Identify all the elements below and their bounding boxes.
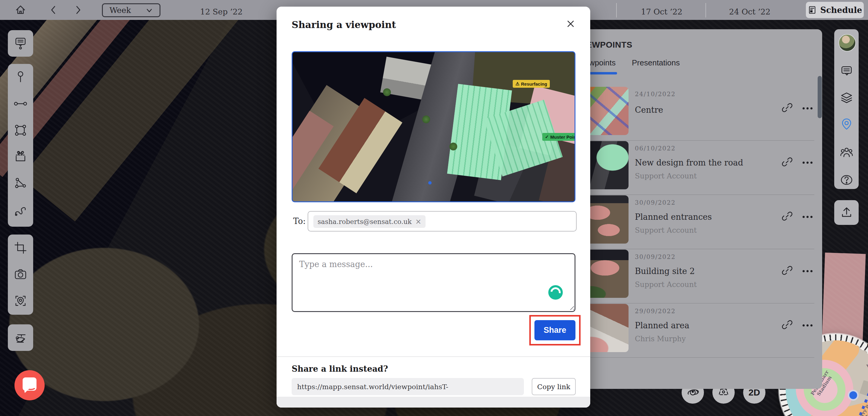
viewpoint-owner: Chris Murphy <box>635 334 686 343</box>
muster-point-annotation: ✓ Muster Point <box>542 133 576 141</box>
viewpoints-panel: VIEWPOINTS Viewpoints Presentations 24/1… <box>574 29 822 389</box>
helicopter-icon <box>13 331 27 345</box>
chat-launcher-button[interactable] <box>14 370 44 400</box>
more-options-button[interactable] <box>801 156 814 169</box>
viewpoints-button[interactable] <box>834 111 859 137</box>
timeline-back-button[interactable] <box>48 4 60 16</box>
recipients-input[interactable]: sasha.roberts@sensat.co.uk × <box>308 211 577 231</box>
polygon-icon <box>13 123 27 137</box>
chevron-down-icon <box>146 7 153 14</box>
measure-line-icon <box>13 97 27 110</box>
polygon-tool-button[interactable] <box>8 117 33 143</box>
pin-tool-button[interactable] <box>8 64 33 90</box>
toolbar-group-flythrough <box>8 324 33 351</box>
share-button[interactable]: Share <box>534 320 576 340</box>
viewpoint-title: Planned area <box>635 321 689 330</box>
link-icon <box>781 210 793 222</box>
camera-position-dot <box>848 390 859 401</box>
timeline-tick <box>706 3 706 18</box>
collaborators-button[interactable] <box>834 139 859 166</box>
viewpoint-owner: Support Account <box>635 280 697 289</box>
viewpoint-preview-image: ⚠ Resurfacing ✓ Muster Point <box>292 51 576 202</box>
timeline-scale-dropdown[interactable]: Week <box>102 3 160 17</box>
comments-button[interactable] <box>834 58 859 85</box>
to-label: To: <box>293 217 306 226</box>
crop-tool-button[interactable] <box>8 234 33 261</box>
share-link-heading: Share a link instead? <box>292 364 388 374</box>
viewpoint-title: Planned entrances <box>635 212 712 222</box>
more-options-button[interactable] <box>801 319 814 332</box>
upload-button[interactable] <box>834 200 859 225</box>
cut-fill-tool-button[interactable] <box>8 143 33 170</box>
pin-icon <box>13 70 27 84</box>
muster-label: Muster Point <box>550 134 576 139</box>
modal-footer <box>277 397 590 408</box>
layers-icon <box>840 91 853 104</box>
copy-link-button[interactable]: Copy link <box>532 378 576 395</box>
more-options-button[interactable] <box>801 264 814 278</box>
timeline-date: 17 Oct ’22 <box>641 7 682 16</box>
schedule-button[interactable]: Schedule <box>806 2 864 18</box>
preview-tree <box>383 88 391 96</box>
measure-line-tool-button[interactable] <box>8 90 33 117</box>
viewpoint-title: Building site 2 <box>635 266 695 276</box>
upload-icon <box>840 206 853 219</box>
viewpoint-owner: Support Account <box>635 226 697 234</box>
panel-scrollbar[interactable] <box>818 76 822 118</box>
timeline-forward-button[interactable] <box>72 4 84 16</box>
chat-bubble-icon <box>23 377 36 391</box>
preview-tree <box>450 142 457 151</box>
link-icon <box>781 102 793 114</box>
avatar[interactable] <box>838 34 856 52</box>
remove-recipient-icon[interactable]: × <box>415 217 421 226</box>
location-pin-icon <box>840 118 853 131</box>
copy-viewpoint-link-button[interactable] <box>781 264 795 278</box>
share-link-field[interactable]: https://mapp.sensat.world/viewpoint/iahs… <box>292 378 524 395</box>
copy-viewpoint-link-button[interactable] <box>781 156 795 169</box>
copy-viewpoint-link-button[interactable] <box>781 102 795 115</box>
freehand-tool-button[interactable] <box>8 196 33 223</box>
scan-location-icon <box>13 294 27 308</box>
divider <box>277 356 590 357</box>
list-divider <box>582 303 814 303</box>
viewpoint-date: 29/09/2022 <box>635 308 676 315</box>
tab-presentations[interactable]: Presentations <box>632 58 680 67</box>
timeline-scale-value: Week <box>110 6 131 15</box>
schedule-icon <box>808 5 817 14</box>
copy-viewpoint-link-button[interactable] <box>781 210 795 223</box>
chevron-left-icon <box>48 4 60 16</box>
camera-icon <box>13 267 27 281</box>
flythrough-tool-button[interactable] <box>8 324 33 351</box>
list-divider <box>582 140 814 141</box>
link-icon <box>781 156 793 168</box>
message-input[interactable] <box>292 253 576 312</box>
right-sidebar <box>834 29 859 189</box>
share-button-label: Share <box>544 326 566 335</box>
viewpoint-title: New design from the road <box>635 158 743 167</box>
more-options-button[interactable] <box>801 210 814 223</box>
angle-tool-button[interactable] <box>8 170 33 196</box>
warning-icon: ⚠ <box>516 81 519 87</box>
viewpoint-capture-tool-button[interactable] <box>8 288 33 314</box>
copy-viewpoint-link-button[interactable] <box>781 319 795 332</box>
app-window: Week 12 Sep ’22 17 Oct ’22 24 Oct ’22 Sc… <box>0 0 868 416</box>
more-options-button[interactable] <box>801 102 814 115</box>
home-button[interactable] <box>14 4 27 16</box>
comment-tool-button[interactable] <box>8 30 33 57</box>
recipient-chip: sasha.roberts@sensat.co.uk × <box>313 215 426 228</box>
preview-tree <box>422 116 430 123</box>
home-icon <box>14 4 27 16</box>
freehand-icon <box>13 203 27 217</box>
recipient-email: sasha.roberts@sensat.co.uk <box>318 218 412 225</box>
screenshot-tool-button[interactable] <box>8 261 33 288</box>
resurfacing-label: Resurfacing <box>521 82 547 87</box>
help-button[interactable] <box>834 167 859 193</box>
timeline-date: 12 Sep ’22 <box>200 7 243 16</box>
layers-button[interactable] <box>834 85 859 111</box>
list-divider <box>582 194 814 195</box>
help-icon <box>840 173 853 187</box>
mode-2d-label: 2D <box>749 387 760 397</box>
close-button[interactable] <box>565 19 579 32</box>
viewpoint-date: 06/10/2022 <box>635 145 676 152</box>
copy-link-label: Copy link <box>537 383 570 391</box>
